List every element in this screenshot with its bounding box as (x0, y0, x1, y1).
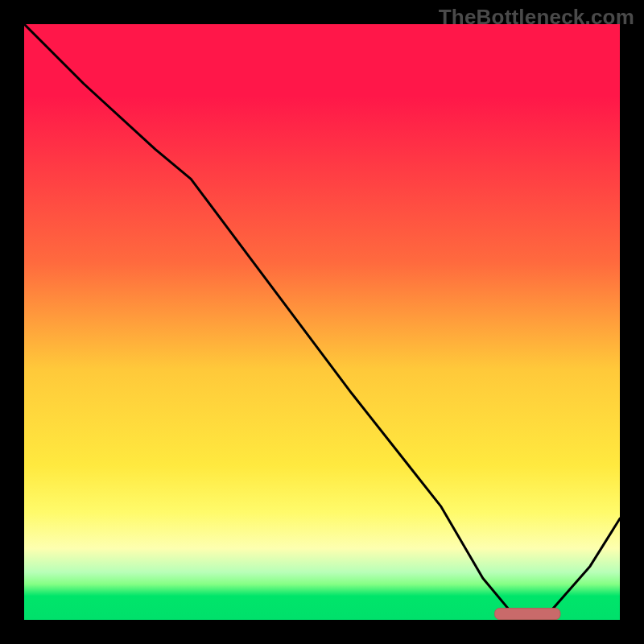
bottleneck-curve (24, 24, 620, 614)
chart-frame: TheBottleneck.com (0, 0, 644, 644)
plot-svg (24, 24, 620, 620)
plot-area (24, 24, 620, 620)
optimum-marker (495, 609, 560, 620)
